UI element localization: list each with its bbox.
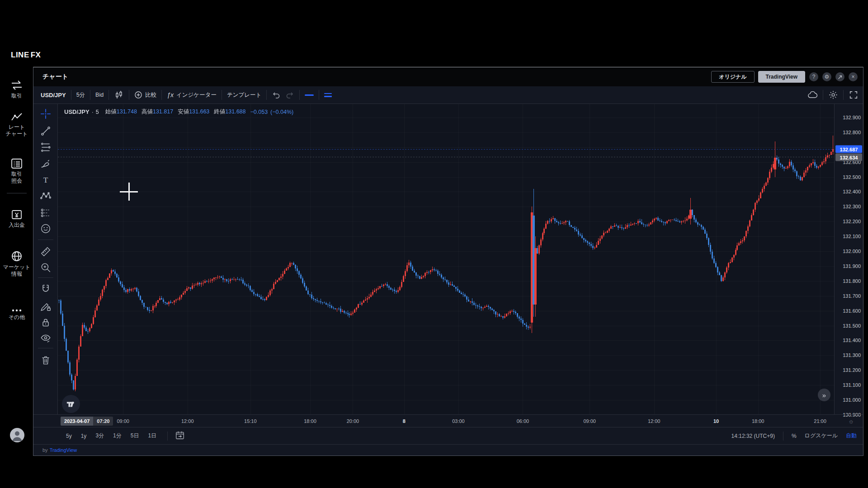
range-1d-button[interactable]: 1日 [148, 432, 156, 440]
goto-date-button[interactable] [175, 430, 185, 441]
price-tick-label: 132.800 [843, 130, 861, 135]
range-1y-button[interactable]: 1y [81, 433, 87, 439]
time-tick-label: 09:00 [583, 418, 596, 424]
magnet-tool-button[interactable] [38, 282, 54, 297]
separator [823, 90, 823, 100]
crosshair-tool-button[interactable] [38, 106, 54, 122]
compare-button[interactable]: 比較 [134, 91, 156, 99]
person-icon [10, 428, 24, 442]
hide-drawings-button[interactable] [38, 330, 54, 346]
theme-sun-icon[interactable]: ☼ [848, 418, 854, 425]
yen-wallet-icon [0, 209, 33, 221]
brush-tool-button[interactable] [38, 156, 54, 172]
sidebar-item-label: 取引照会 [0, 171, 33, 184]
candles-icon [114, 90, 124, 100]
chart-window-header: チャート オリジナル TradingView ? ⚙ × [33, 67, 863, 86]
label-line: 取引 [0, 171, 33, 178]
ruler-tool-button[interactable] [38, 244, 54, 259]
tradingview-watermark [62, 395, 80, 413]
chart-main: T USD/JPY · 5 始値131.748 高値131. [33, 103, 863, 414]
text-tool-button[interactable]: T [38, 173, 54, 188]
auto-scale-button[interactable]: 自動 [846, 432, 857, 440]
separator [108, 90, 109, 100]
legend-open: 始値131.748 [105, 108, 137, 116]
legend-interval: 5 [96, 109, 99, 115]
fullscreen-button[interactable] [849, 90, 859, 100]
sidebar-item-label: 取引 [0, 93, 33, 99]
layout-multi-button[interactable] [324, 93, 332, 97]
fib-tool-button[interactable] [38, 140, 54, 155]
time-axis[interactable]: 2023-04-07 07:20 09:0012:0015:1018:0020:… [33, 414, 863, 427]
symbol-button[interactable]: USD/JPY [41, 92, 66, 99]
cloud-save-button[interactable] [807, 90, 818, 100]
price-tick-label: 132.500 [843, 174, 861, 180]
scroll-to-latest-button[interactable]: » [818, 389, 830, 401]
price-tick-label: 131.800 [843, 278, 861, 284]
mode-tradingview-button[interactable]: TradingView [758, 71, 805, 83]
window-settings-icon[interactable]: ⚙ [822, 72, 831, 81]
log-scale-button[interactable]: ログスケール [805, 432, 838, 440]
separator [129, 90, 129, 100]
range-5d-button[interactable]: 5日 [131, 432, 139, 440]
sidebar-item-trade-inquiry[interactable]: 取引照会 [0, 158, 33, 184]
undo-button[interactable] [272, 90, 281, 99]
smiley-icon [40, 223, 52, 235]
separator [783, 432, 783, 441]
user-avatar[interactable] [10, 428, 24, 442]
zoom-in-tool-button[interactable] [38, 260, 54, 275]
price-tick-label: 131.700 [843, 293, 861, 299]
lock-drawings-button[interactable] [38, 315, 54, 330]
separator [71, 90, 71, 100]
time-tick-label: 12:00 [181, 418, 194, 424]
toolbar-divider [38, 239, 53, 240]
range-3m-button[interactable]: 3分 [95, 432, 104, 440]
clock-display[interactable]: 14:12:32 (UTC+9) [731, 433, 775, 439]
plus-circle-icon [134, 91, 142, 99]
counter-price-badge: 132.634 [835, 154, 862, 161]
price-axis[interactable]: 130.900131.000131.100131.200131.300131.4… [834, 104, 863, 414]
sidebar-item-rate-chart[interactable]: レートチャート [0, 112, 33, 137]
low-label: 安値 [178, 108, 189, 115]
forecast-tool-button[interactable] [38, 205, 54, 220]
drawing-mode-tool-button[interactable] [38, 299, 54, 314]
help-icon[interactable]: ? [809, 72, 818, 81]
chart-style-button[interactable] [114, 90, 124, 100]
price-tick-label: 131.600 [843, 308, 861, 314]
templates-button[interactable]: テンプレート [227, 91, 261, 99]
close-icon[interactable]: × [849, 72, 858, 81]
remove-drawings-button[interactable] [38, 352, 54, 368]
time-tick-label: 8 [403, 418, 406, 424]
label-line: レート [0, 124, 33, 131]
high-label: 高値 [142, 108, 153, 115]
time-tick-label: 09:00 [117, 418, 129, 424]
popout-icon[interactable] [835, 72, 844, 81]
candlestick-chart[interactable] [58, 104, 834, 414]
emoji-tool-button[interactable] [38, 221, 54, 236]
badge-date: 2023-04-07 [61, 417, 93, 426]
interval-button[interactable]: 5分 [76, 91, 85, 99]
price-tick-label: 131.500 [843, 323, 861, 328]
redo-button[interactable] [285, 90, 294, 99]
chart-settings-button[interactable] [828, 90, 838, 100]
sidebar-item-market-info[interactable]: マーケット情報 [0, 250, 33, 277]
time-tick-label: 15:10 [244, 418, 257, 424]
magnet-icon [40, 283, 52, 295]
cloud-icon [807, 90, 818, 100]
indicators-button[interactable]: ƒx インジケーター [167, 91, 217, 99]
tradingview-link[interactable]: TradingView [50, 447, 77, 453]
layout-single-button[interactable] [305, 94, 314, 96]
mode-original-button[interactable]: オリジナル [711, 71, 754, 83]
sidebar-item-deposit[interactable]: 入出金 [0, 209, 33, 229]
range-5y-button[interactable]: 5y [66, 433, 72, 439]
sidebar-item-trade[interactable]: 取引 [0, 80, 33, 99]
pattern-tool-button[interactable] [38, 188, 54, 204]
sidebar-item-others[interactable]: その他 [0, 308, 33, 321]
trend-line-tool-button[interactable] [38, 123, 54, 139]
price-tick-label: 131.100 [843, 382, 861, 388]
app-sidebar: 取引 レートチャート 取引照会 入出金 マーケット情報 その他 [0, 0, 33, 488]
price-type-button[interactable]: Bid [95, 92, 104, 98]
label-line: 情報 [0, 271, 33, 277]
range-1m-button[interactable]: 1分 [113, 432, 122, 440]
percent-scale-button[interactable]: % [792, 433, 797, 439]
globe-icon [0, 250, 33, 263]
